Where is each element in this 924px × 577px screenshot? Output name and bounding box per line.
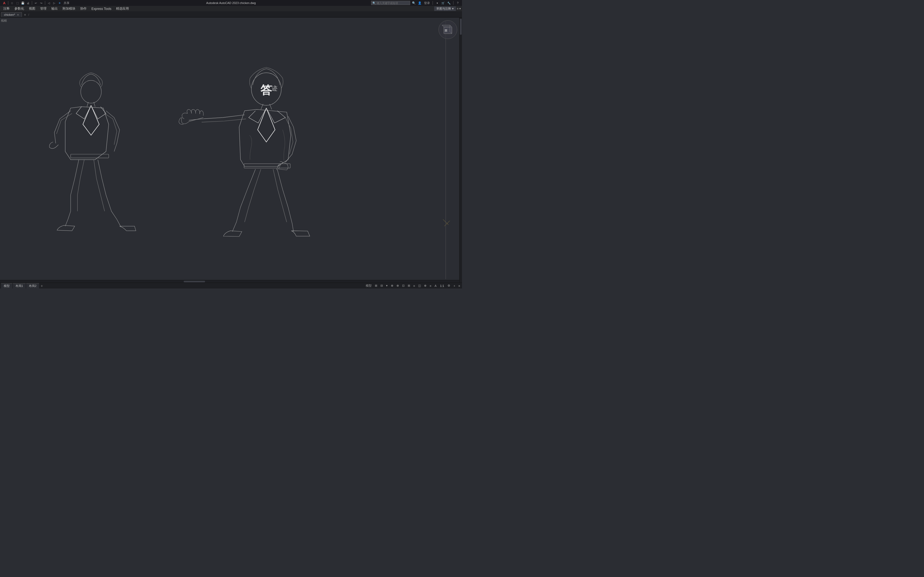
sep5: [453, 1, 454, 5]
search-btn-icon[interactable]: 🔍: [412, 1, 416, 5]
help-icon[interactable]: ?: [456, 1, 460, 5]
grid-icon[interactable]: ⊞: [374, 284, 378, 288]
menu-express-tools[interactable]: Express Tools: [89, 6, 113, 11]
cmd-text: 线框: [1, 19, 7, 22]
menu-collaborate[interactable]: 协作: [78, 6, 89, 11]
snap-icon[interactable]: ⊟: [380, 284, 384, 288]
sep4: [433, 1, 433, 5]
cart-icon[interactable]: 🛒: [441, 1, 445, 5]
scrollbar-right[interactable]: [459, 18, 462, 283]
menu-manage[interactable]: 管理: [38, 6, 48, 11]
menu-parametric[interactable]: 参数化: [12, 6, 26, 11]
ortho-icon[interactable]: ⊕: [390, 284, 394, 288]
otrack-icon[interactable]: ⊞: [407, 284, 411, 288]
app-title: Autodesk AutoCAD 2023 chicken.dwg: [206, 2, 255, 5]
toolbar-left: A □ ⬚ 💾 🖨 ↩ ↪ ◁ ▷ ✈ 共享: [2, 1, 70, 5]
redo-icon[interactable]: ↪: [39, 1, 43, 5]
arrow-right-icon[interactable]: ▷: [52, 1, 57, 5]
anno-icon[interactable]: A: [434, 284, 438, 288]
menu-featured-apps[interactable]: 精选应用: [114, 6, 131, 11]
tab-name: chicken*: [4, 13, 15, 16]
drawing-canvas: 答 迹: [0, 18, 462, 283]
layout2-tab[interactable]: 布局2: [26, 283, 39, 288]
polar-icon[interactable]: ⊕: [396, 284, 400, 288]
new-tab-btn[interactable]: +: [23, 13, 27, 17]
print-icon[interactable]: 🖨: [26, 1, 30, 5]
search-bar[interactable]: 🔍: [371, 1, 410, 5]
title-center: Autodesk AutoCAD 2023 chicken.dwg: [206, 2, 255, 5]
add-layout-btn[interactable]: +: [40, 284, 44, 288]
login-label[interactable]: 登录: [423, 1, 430, 5]
sep2: [32, 1, 32, 5]
svg-text:迹: 迹: [271, 85, 278, 92]
status-right: 模型 ⊞ ⊟ ▾ ⊕ ⊕ ⊡ ⊞ ≡ ◫ ⊕ ≡ A 1:1 ⚙ + ≡: [365, 284, 461, 288]
title-bar: A □ ⬚ 💾 🖨 ↩ ↪ ◁ ▷ ✈ 共享 Autodesk AutoCAD …: [0, 0, 462, 6]
open-icon[interactable]: ⬚: [15, 1, 19, 5]
customize-icon[interactable]: ≡: [458, 284, 461, 288]
layout1-tab[interactable]: 布局1: [13, 283, 26, 288]
toolbar-right: 🔍 🔍 👤 登录 ▾ 🛒 🔧 ?: [371, 1, 460, 5]
tab-bar: chicken* ✕ + /: [0, 12, 462, 18]
menu-view[interactable]: 视图: [27, 6, 37, 11]
send-icon[interactable]: ✈: [58, 1, 62, 5]
workspace-controls[interactable]: ≡ ▾: [457, 7, 461, 10]
annotate-icon[interactable]: +: [452, 284, 456, 288]
menu-addons[interactable]: 附加模块: [60, 6, 78, 11]
model-tab[interactable]: 模型: [1, 283, 12, 288]
osnap-icon[interactable]: ⊡: [401, 284, 405, 288]
svg-rect-0: [0, 21, 462, 279]
dyn-icon[interactable]: ⊕: [423, 284, 427, 288]
cmd-label: 线框: [1, 19, 7, 23]
search-icon: 🔍: [372, 2, 376, 5]
settings-icon[interactable]: 🔧: [447, 1, 451, 5]
transparency-icon[interactable]: ◫: [417, 284, 422, 288]
sep1: [8, 1, 8, 5]
dropdown-icon[interactable]: ▾: [435, 1, 439, 5]
tab-separator: /: [28, 13, 29, 16]
search-input[interactable]: [377, 2, 409, 5]
app-icon: A: [2, 1, 6, 5]
workspace-icon[interactable]: ⚙: [447, 284, 451, 288]
arrow-icon[interactable]: ◁: [47, 1, 51, 5]
workspace-dropdown[interactable]: 草图与注释 ▾: [434, 6, 456, 11]
svg-text:答: 答: [260, 84, 272, 97]
scrollbar-bottom[interactable]: [0, 280, 459, 283]
lineweight-icon[interactable]: ≡: [412, 284, 416, 288]
linewidth-icon[interactable]: ≡: [429, 284, 432, 288]
tab-close-icon[interactable]: ✕: [17, 13, 19, 16]
menu-annotation[interactable]: 注释: [1, 6, 12, 11]
model-icon[interactable]: 模型: [365, 284, 372, 288]
viewcube[interactable]: 西: [438, 20, 457, 39]
svg-text:西: 西: [444, 29, 447, 32]
status-bar: 模型 布局1 布局2 + 模型 ⊞ ⊟ ▾ ⊕ ⊕ ⊡ ⊞ ≡ ◫ ⊕ ≡ A …: [0, 283, 462, 288]
new-icon[interactable]: □: [10, 1, 14, 5]
undo-icon[interactable]: ↩: [34, 1, 38, 5]
save-icon[interactable]: 💾: [21, 1, 25, 5]
menu-output[interactable]: 输出: [49, 6, 60, 11]
menu-bar: 注释 参数化 视图 管理 输出 附加模块 协作 Express Tools 精选…: [0, 6, 462, 12]
zoom-level: 1:1: [440, 284, 444, 287]
user-icon[interactable]: 👤: [418, 1, 422, 5]
canvas-area[interactable]: 答 迹: [0, 18, 462, 283]
file-tab[interactable]: chicken* ✕: [1, 12, 22, 17]
share-icon[interactable]: 共享: [63, 1, 70, 5]
snap-dropdown[interactable]: ▾: [385, 284, 388, 288]
